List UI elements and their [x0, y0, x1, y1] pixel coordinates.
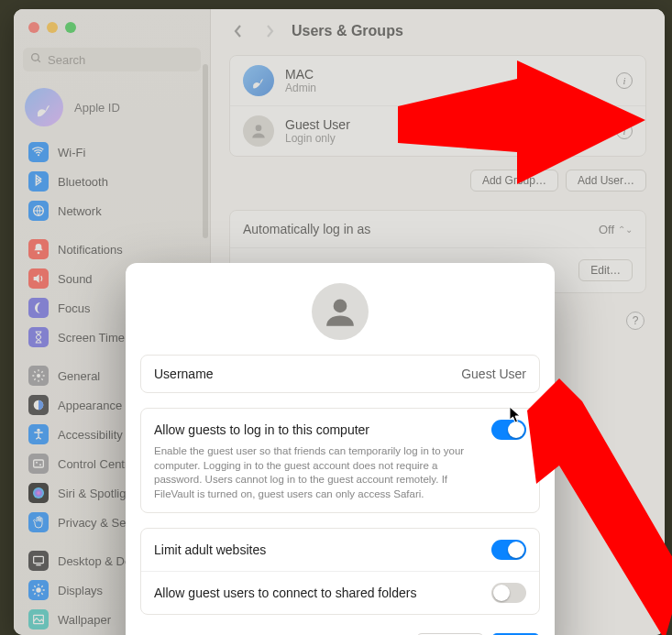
username-row: Username Guest User	[141, 356, 539, 392]
username-group: Username Guest User	[140, 355, 540, 393]
options-group: Limit adult websites Allow guest users t…	[140, 528, 540, 615]
svg-point-19	[334, 300, 347, 313]
shared-folders-row: Allow guest users to connect to shared f…	[141, 572, 539, 614]
allow-guests-description: Enable the guest user so that friends ca…	[154, 444, 526, 501]
username-label: Username	[154, 367, 214, 381]
limit-websites-toggle[interactable]	[491, 540, 526, 560]
shared-folders-toggle[interactable]	[491, 583, 526, 603]
allow-guests-label: Allow guests to log in to this computer	[154, 422, 369, 437]
allow-guests-toggle[interactable]	[491, 420, 526, 440]
guest-user-dialog: Username Guest User Allow guests to log …	[126, 263, 555, 635]
limit-websites-row: Limit adult websites	[141, 529, 539, 572]
shared-folders-label: Allow guest users to connect to shared f…	[154, 586, 416, 600]
allow-guests-row: Allow guests to log in to this computer …	[141, 409, 539, 512]
dialog-footer: ? Cancel OK	[138, 630, 542, 635]
limit-websites-label: Limit adult websites	[154, 542, 266, 557]
username-value: Guest User	[461, 367, 526, 381]
dialog-avatar	[312, 283, 369, 340]
allow-guests-group: Allow guests to log in to this computer …	[140, 408, 540, 513]
